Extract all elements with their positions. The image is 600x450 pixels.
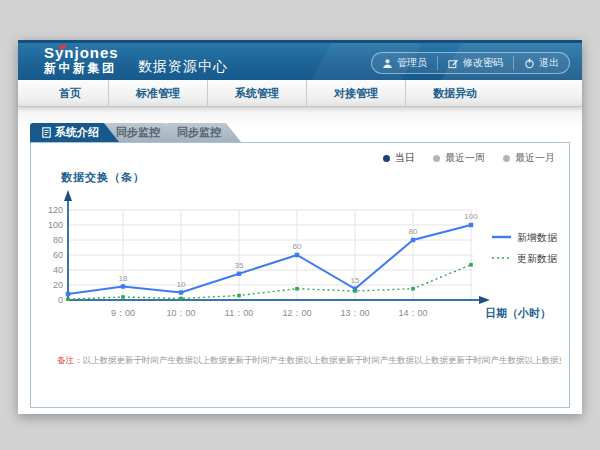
- point-label: 35: [235, 261, 244, 270]
- tab-label: 系统介绍: [55, 125, 99, 140]
- y-tick-label: 100: [48, 220, 63, 230]
- data-point: [469, 263, 473, 267]
- y-tick-label: 60: [53, 250, 63, 260]
- data-point: [411, 238, 415, 242]
- user-toolbar: 管理员修改密码退出: [371, 52, 570, 74]
- data-point: [237, 294, 241, 298]
- tab-label: 同步监控: [177, 125, 221, 140]
- filter-label: 当日: [395, 151, 415, 165]
- tabs: 系统介绍同步监控同步监控: [30, 123, 241, 142]
- logo-company: 新中新集团: [44, 62, 119, 75]
- tab-label: 同步监控: [116, 125, 160, 140]
- user-icon: [382, 58, 393, 69]
- userbar-item-label: 修改密码: [463, 56, 503, 70]
- y-axis-arrow: [64, 190, 72, 201]
- userbar-item-1[interactable]: 修改密码: [437, 56, 513, 70]
- page-title: 数据资源中心: [138, 58, 228, 76]
- chart-panel: 当日最近一周最近一月 数据交换（条） 0204060801001209：0010…: [30, 142, 570, 408]
- point-label: 18: [119, 274, 128, 283]
- userbar-item-0[interactable]: 管理员: [372, 56, 437, 70]
- legend-label-0: 新增数据: [517, 232, 558, 243]
- x-tick-label: 11：00: [225, 308, 253, 318]
- y-tick-label: 20: [53, 280, 63, 290]
- userbar-item-label: 退出: [539, 56, 559, 70]
- radio-icon: [433, 155, 440, 162]
- tab-0[interactable]: 系统介绍: [30, 123, 119, 142]
- data-point: [353, 289, 357, 293]
- userbar-item-label: 管理员: [397, 56, 427, 70]
- content-area: 系统介绍同步监控同步监控 当日最近一周最近一月 数据交换（条） 02040608…: [18, 107, 582, 414]
- y-axis-title: 数据交换（条）: [61, 170, 145, 185]
- line-chart: 0204060801001209：0010：0011：0012：0013：001…: [41, 187, 561, 329]
- x-axis-title: 日期（小时）: [485, 307, 551, 320]
- document-icon: [42, 127, 51, 138]
- edit-icon: [448, 58, 459, 69]
- footnote-text: 以上数据更新于时间产生数据以上数据更新于时间产生数据以上数据更新于时间产生数据以…: [83, 355, 562, 365]
- point-label: 60: [293, 242, 302, 251]
- main-nav: 首页标准管理系统管理对接管理数据异动: [18, 80, 582, 107]
- x-axis-arrow: [479, 296, 490, 304]
- data-point: [295, 253, 299, 257]
- filter-label: 最近一月: [515, 151, 555, 165]
- point-label: 100: [464, 212, 478, 221]
- y-tick-label: 0: [58, 295, 63, 305]
- data-point: [237, 272, 241, 276]
- nav-item-3[interactable]: 对接管理: [306, 80, 405, 106]
- nav-item-0[interactable]: 首页: [32, 80, 108, 106]
- data-point: [295, 287, 299, 291]
- data-point: [179, 297, 183, 301]
- y-tick-label: 40: [53, 265, 63, 275]
- data-point: [411, 287, 415, 291]
- nav-item-2[interactable]: 系统管理: [207, 80, 306, 106]
- time-range-filters: 当日最近一周最近一月: [383, 151, 555, 165]
- y-tick-label: 120: [48, 205, 63, 215]
- data-point: [469, 223, 473, 227]
- filter-label: 最近一周: [445, 151, 485, 165]
- x-tick-label: 9：00: [111, 308, 135, 318]
- data-point: [121, 295, 125, 299]
- legend-label-1: 更新数据: [517, 253, 558, 264]
- point-label: 10: [177, 280, 186, 289]
- x-tick-label: 12：00: [282, 308, 311, 318]
- filter-radio-0[interactable]: 当日: [383, 151, 415, 165]
- nav-item-4[interactable]: 数据异动: [405, 80, 504, 106]
- point-label: 15: [351, 276, 360, 285]
- data-point: [179, 290, 183, 294]
- data-point: [66, 297, 70, 301]
- y-tick-label: 80: [53, 235, 63, 245]
- company-logo: Synjones 新中新集团: [44, 45, 119, 75]
- power-icon: [524, 58, 535, 69]
- nav-item-1[interactable]: 标准管理: [108, 80, 207, 106]
- x-tick-label: 14：00: [398, 308, 427, 318]
- page-card: Synjones 新中新集团 数据资源中心 管理员修改密码退出 首页标准管理系统…: [18, 40, 582, 414]
- app-header: Synjones 新中新集团 数据资源中心 管理员修改密码退出: [18, 40, 582, 80]
- radio-selected-icon: [383, 155, 390, 162]
- footnote: 备注：以上数据更新于时间产生数据以上数据更新于时间产生数据以上数据更新于时间产生…: [57, 355, 561, 367]
- data-point: [66, 292, 70, 296]
- footnote-prefix: 备注：: [57, 355, 83, 365]
- filter-radio-2[interactable]: 最近一月: [503, 151, 555, 165]
- userbar-item-2[interactable]: 退出: [513, 56, 569, 70]
- point-label: 80: [409, 227, 418, 236]
- x-tick-label: 10：00: [166, 308, 195, 318]
- filter-radio-1[interactable]: 最近一周: [433, 151, 485, 165]
- x-tick-label: 13：00: [340, 308, 369, 318]
- data-point: [121, 284, 125, 288]
- radio-icon: [503, 155, 510, 162]
- logo-name: Synjones: [44, 45, 119, 62]
